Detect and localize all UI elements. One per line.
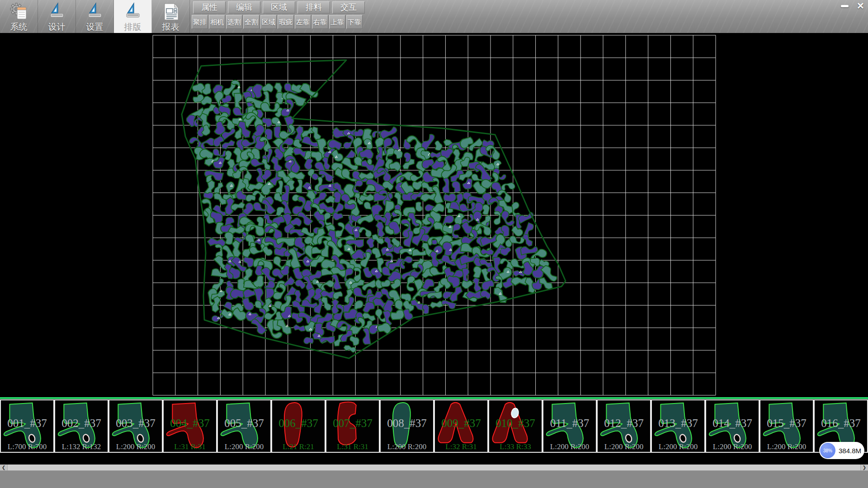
- menu-item-1[interactable]: 编辑: [228, 1, 260, 14]
- tool-button-8[interactable]: 上靠: [329, 15, 345, 29]
- piece-cell-014_#37[interactable]: 014_#37L:200 R:200: [705, 399, 760, 453]
- main-tab-bar: 系统设计设置排版报表: [0, 0, 190, 33]
- piece-lr-label: L:200 R:200: [706, 442, 759, 451]
- toolbar: 聚排相机选割全割区域瑕疵左靠右靠上靠下靠: [192, 15, 363, 29]
- piece-lr-label: L:21 R:21: [272, 442, 325, 451]
- menu-item-4[interactable]: 交互: [332, 1, 365, 14]
- piece-id-label: 004_#37: [164, 417, 216, 430]
- horizontal-scrollbar[interactable]: ❮ ❯: [0, 465, 868, 470]
- menu-item-2[interactable]: 区域: [263, 1, 295, 14]
- progress-badge[interactable]: 38% 384.8M: [819, 442, 864, 459]
- tool-button-3[interactable]: 全割: [243, 15, 259, 29]
- main-tab-label: 系统: [10, 23, 28, 32]
- tool-button-6[interactable]: 左靠: [295, 15, 311, 29]
- piece-id-label: 007_#37: [326, 417, 379, 430]
- tool-button-7[interactable]: 右靠: [312, 15, 328, 29]
- main-tab-label: 设计: [48, 23, 66, 32]
- piece-id-label: 005_#37: [218, 417, 270, 430]
- piece-id-label: 013_#37: [652, 417, 704, 430]
- piece-cell-006_#37[interactable]: 006_#37L:21 R:21: [271, 399, 326, 453]
- status-bar: [0, 470, 868, 488]
- tool-button-9[interactable]: 下靠: [346, 15, 363, 29]
- scroll-left-arrow[interactable]: ❮: [0, 465, 8, 470]
- nesting-canvas[interactable]: [0, 33, 868, 397]
- piece-cell-012_#37[interactable]: 012_#37L:200 R:200: [597, 399, 651, 453]
- minimize-icon: [841, 5, 849, 7]
- piece-cell-003_#37[interactable]: 003_#37L:200 R:200: [108, 399, 163, 453]
- scroll-right-arrow[interactable]: ❯: [860, 465, 868, 470]
- main-tab-1[interactable]: 设计: [38, 0, 76, 33]
- piece-id-label: 014_#37: [706, 417, 759, 430]
- piece-id-label: 010_#37: [489, 417, 542, 430]
- progress-circle: 38%: [820, 443, 835, 458]
- piece-lr-label: L:200 R:200: [109, 442, 162, 451]
- piece-cell-004_#37[interactable]: 004_#37L:31 R:31: [163, 399, 217, 453]
- main-tab-label: 排版: [124, 23, 142, 32]
- nesting-drawing: [0, 33, 868, 397]
- piece-lr-label: L:200 R:200: [652, 442, 704, 451]
- piece-id-label: 009_#37: [435, 417, 487, 430]
- minimize-button[interactable]: [837, 1, 852, 11]
- piece-id-label: 015_#37: [760, 417, 813, 430]
- piece-cell-009_#37[interactable]: 009_#37L:32 R:31: [434, 399, 488, 453]
- main-tab-0[interactable]: 系统: [0, 0, 38, 33]
- system-gear-icon: [9, 1, 29, 22]
- piece-cell-001_#37[interactable]: 001_#37L:700 R:700: [0, 399, 54, 453]
- main-tab-2[interactable]: 设置: [76, 0, 114, 33]
- piece-cell-007_#37[interactable]: 007_#37L:31 R:31: [326, 399, 380, 453]
- piece-lr-label: L:200 R:200: [543, 442, 596, 451]
- piece-lr-label: L:200 R:200: [381, 442, 433, 451]
- menu-item-3[interactable]: 排料: [297, 1, 330, 14]
- menu-bar: 属性编辑区域排料交互: [193, 1, 365, 14]
- piece-lr-label: L:31 R:31: [164, 442, 216, 451]
- piece-id-label: 002_#37: [55, 417, 108, 430]
- close-button[interactable]: ✕: [853, 1, 868, 11]
- piece-lr-label: L:32 R:31: [435, 442, 487, 451]
- main-tab-label: 设置: [86, 23, 104, 32]
- settings-ruler-icon: [85, 1, 105, 22]
- piece-id-label: 008_#37: [381, 417, 433, 430]
- design-ruler-icon: [47, 1, 67, 22]
- piece-lr-label: L:200 R:200: [598, 442, 650, 451]
- piece-lr-label: L:31 R:31: [326, 442, 379, 451]
- main-tab-3[interactable]: 排版: [114, 0, 152, 33]
- tool-button-1[interactable]: 相机: [209, 15, 225, 29]
- piece-lr-label: L:200 R:200: [218, 442, 270, 451]
- application-window: 系统设计设置排版报表 属性编辑区域排料交互 聚排相机选割全割区域瑕疵左靠右靠上靠…: [0, 0, 868, 488]
- piece-cell-015_#37[interactable]: 015_#37L:200 R:200: [760, 399, 814, 453]
- piece-id-label: 003_#37: [109, 417, 162, 430]
- piece-lr-label: L:132 R:132: [55, 442, 108, 451]
- layout-ruler-icon: [123, 1, 143, 22]
- piece-id-label: 001_#37: [1, 417, 53, 430]
- piece-id-label: 012_#37: [598, 417, 650, 430]
- piece-lr-label: L:200 R:200: [760, 442, 813, 451]
- report-document-icon: [160, 1, 181, 22]
- piece-cell-011_#37[interactable]: 011_#37L:200 R:200: [542, 399, 597, 453]
- tool-button-4[interactable]: 区域: [260, 15, 277, 29]
- header-bar: 系统设计设置排版报表 属性编辑区域排料交互 聚排相机选割全割区域瑕疵左靠右靠上靠…: [0, 0, 868, 33]
- piece-cell-013_#37[interactable]: 013_#37L:200 R:200: [651, 399, 705, 453]
- piece-cell-005_#37[interactable]: 005_#37L:200 R:200: [217, 399, 271, 453]
- piece-id-label: 016_#37: [815, 417, 867, 430]
- progress-size-label: 384.8M: [835, 447, 864, 455]
- piece-id-label: 011_#37: [543, 417, 596, 430]
- tool-button-2[interactable]: 选割: [226, 15, 242, 29]
- strip-separator-line: [0, 397, 868, 399]
- piece-id-label: 006_#37: [272, 417, 325, 430]
- piece-cell-008_#37[interactable]: 008_#37L:200 R:200: [380, 399, 434, 453]
- tool-button-5[interactable]: 瑕疵: [278, 15, 294, 29]
- piece-cell-010_#37[interactable]: 010_#37L:33 R:33: [488, 399, 542, 453]
- menu-item-0[interactable]: 属性: [193, 1, 226, 14]
- piece-cell-002_#37[interactable]: 002_#37L:132 R:132: [54, 399, 108, 453]
- main-tab-label: 报表: [162, 23, 179, 32]
- main-tab-4[interactable]: 报表: [152, 0, 190, 33]
- piece-strip: 001_#37L:700 R:700002_#37L:132 R:132003_…: [0, 399, 868, 453]
- tool-button-0[interactable]: 聚排: [192, 15, 208, 29]
- piece-lr-label: L:700 R:700: [1, 442, 53, 451]
- piece-lr-label: L:33 R:33: [489, 442, 542, 451]
